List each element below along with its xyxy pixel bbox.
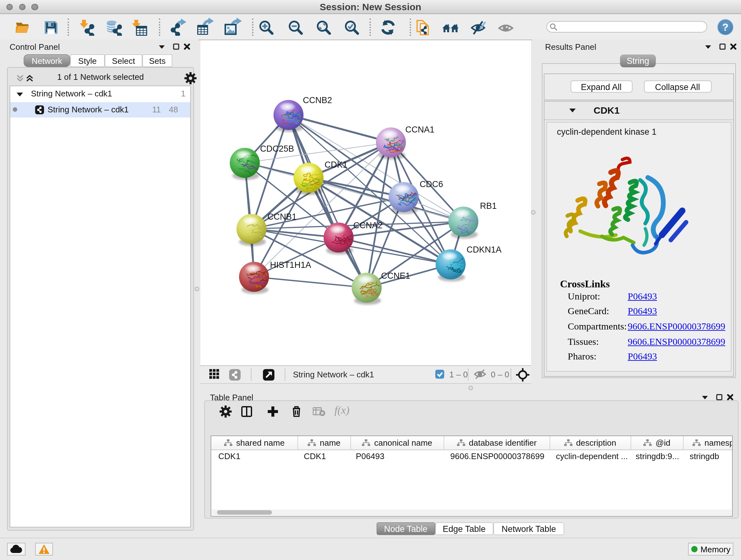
- svg-text:CDC6: CDC6: [420, 179, 443, 189]
- svg-text:CDK1: CDK1: [325, 160, 347, 170]
- svg-text:CCNE1: CCNE1: [381, 271, 410, 281]
- svg-text:CCNA1: CCNA1: [405, 125, 434, 134]
- svg-text:CDC25B: CDC25B: [260, 144, 294, 153]
- svg-text:RB1: RB1: [480, 201, 497, 211]
- svg-text:HIST1H1A: HIST1H1A: [270, 260, 311, 270]
- svg-text:CCNA2: CCNA2: [353, 221, 383, 230]
- svg-text:CCNB1: CCNB1: [267, 212, 297, 222]
- svg-text:CCNB2: CCNB2: [303, 96, 332, 105]
- svg-text:CDKN1A: CDKN1A: [467, 245, 502, 254]
